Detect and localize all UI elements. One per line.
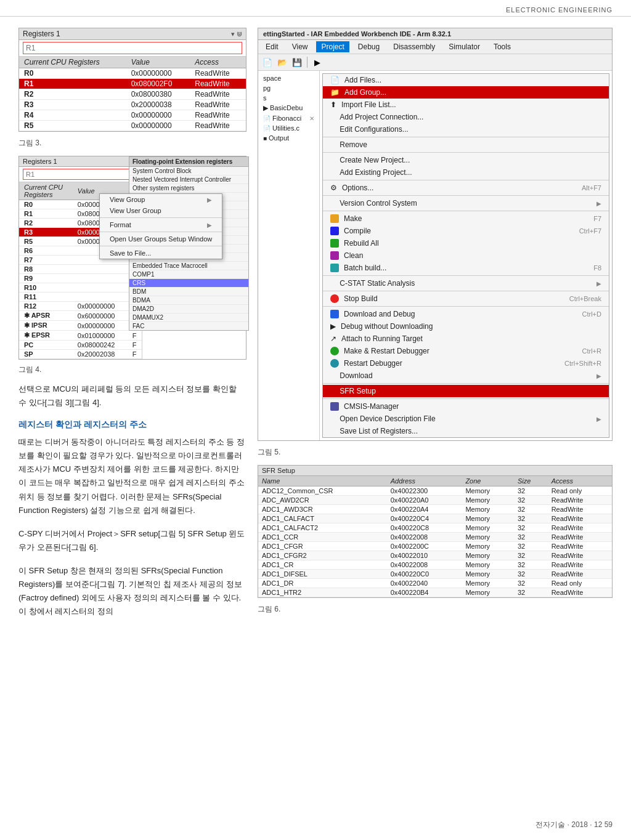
fig4-container: Registers 1 Current CPU Registers Value … — [18, 156, 246, 360]
fig5-label: 그림 5. — [258, 447, 613, 458]
table-row: ADC1_CCR 0x40022008 Memory 32 ReadWrite — [258, 533, 612, 542]
ctx-format[interactable]: Format ▶ — [100, 219, 222, 230]
toolbar-open-btn[interactable]: 📂 — [275, 55, 289, 69]
reg-name: R1 — [19, 209, 73, 219]
ctx-save-to-file[interactable]: Save to File... — [100, 248, 222, 259]
page-footer: 전자기술 · 2018 · 12 59 — [535, 820, 613, 830]
iar-toolbar: 📄 📂 💾 ▶ — [258, 54, 612, 71]
dropdown-compile[interactable]: Compile Ctrl+F7 — [323, 225, 609, 237]
sfr-name: ADC_AWD2CR — [258, 496, 387, 505]
close-x-icon[interactable]: ✕ — [309, 115, 314, 122]
dropdown-add-group[interactable]: 📁 Add Group... — [323, 86, 609, 99]
sfr-size: 32 — [514, 505, 548, 514]
ctx-view-user-group[interactable]: View User Group — [100, 205, 222, 216]
sfr-size: 32 — [514, 588, 548, 597]
menu-edit[interactable]: Edit — [261, 41, 283, 52]
sfr-address: 0x400220A0 — [387, 496, 462, 505]
pin-icon[interactable]: ▾ ⋓ — [231, 30, 242, 38]
reg-name: ✱ EPSR — [19, 331, 73, 341]
dropdown-version-control[interactable]: □ Version Control System ▶ — [323, 197, 609, 209]
toolbar-save-btn[interactable]: 💾 — [290, 55, 304, 69]
sidebar-basicdebug[interactable]: ▶ BasicDebu — [258, 103, 319, 113]
sfr-setup-icon: □ — [330, 387, 335, 395]
dropdown-create-new-proj[interactable]: □ Create New Project... — [323, 154, 609, 166]
sfr-zone: Memory — [462, 514, 514, 523]
sidebar-space[interactable]: space — [258, 73, 319, 83]
reg-name: R11 — [19, 293, 73, 302]
table-row: R2 0x08000380 ReadWrite — [19, 89, 246, 100]
ctx-view-group[interactable]: View Group ▶ — [100, 194, 222, 205]
dropdown-restart-debugger[interactable]: Restart Debugger Ctrl+Shift+R — [323, 357, 609, 370]
sfr-address: 0x40022010 — [387, 551, 462, 560]
menu-simulator[interactable]: Simulator — [444, 41, 485, 52]
dropdown-options[interactable]: ⚙ Options... Alt+F7 — [323, 182, 609, 194]
sfr-address: 0x4002200C — [387, 542, 462, 551]
menu-tools[interactable]: Tools — [489, 41, 516, 52]
reg-name: R3 — [19, 100, 126, 110]
import-icon: ⬆ — [330, 100, 336, 109]
ctx-open-user-groups[interactable]: Open User Groups Setup Window — [100, 233, 222, 244]
dropdown-remove[interactable]: □ Remove — [323, 139, 609, 151]
sfr-access: ReadWrite — [548, 505, 612, 514]
reg-access: ReadWrite — [190, 110, 246, 121]
dropdown-add-existing-proj[interactable]: □ Add Existing Project... — [323, 166, 609, 179]
fig4-label: 그림 4. — [18, 365, 246, 375]
toolbar-new-btn[interactable]: 📄 — [261, 55, 274, 69]
sidebar-s[interactable]: s — [258, 93, 319, 103]
dropdown-add-files[interactable]: 📄 Add Files... — [323, 74, 609, 86]
dropdown-cmsis[interactable]: CMSIS-Manager — [323, 400, 609, 413]
dropdown-download-debug[interactable]: Download and Debug Ctrl+D — [323, 308, 609, 320]
float-item-bdma: BDMA — [129, 296, 248, 305]
right-column: ettingStarted - IAR Embedded Workbench I… — [258, 28, 613, 628]
cstat-arrow: ▶ — [596, 280, 601, 287]
reg-value: 0x00000000 — [126, 110, 190, 121]
dropdown-add-project-conn[interactable]: □ Add Project Connection... — [323, 111, 609, 123]
register-search-input-fig3[interactable] — [23, 42, 242, 54]
reg-name: R6 — [19, 246, 73, 256]
sidebar-pg[interactable]: pg — [258, 83, 319, 93]
dropdown-sfr-setup[interactable]: □ SFR Setup — [323, 385, 609, 397]
float-item-scb: System Control Block — [129, 167, 248, 176]
menu-project[interactable]: Project — [316, 41, 349, 52]
menu-disassembly[interactable]: Disassembly — [388, 41, 440, 52]
sfr-zone: Memory — [462, 560, 514, 570]
menu-debug[interactable]: Debug — [353, 41, 385, 52]
sfr-address: 0x400220B4 — [387, 588, 462, 597]
dropdown-import-file-list[interactable]: ⬆ Import File List... — [323, 99, 609, 111]
dropdown-clean[interactable]: Clean — [323, 249, 609, 262]
reg-value: 0x080002F0 — [126, 79, 190, 89]
sidebar-output-icon: ■ — [263, 135, 267, 142]
dropdown-attach[interactable]: ↗ Attach to Running Target — [323, 333, 609, 345]
table-row: R12 0x00000000 F — [19, 302, 142, 311]
register-search-input-fig4[interactable] — [23, 169, 138, 180]
sep4 — [323, 195, 609, 196]
sfr-access: ReadWrite — [548, 496, 612, 505]
sfr-col-size: Size — [514, 476, 548, 487]
dropdown-download[interactable]: □ Download ▶ — [323, 370, 609, 382]
reg-name: R5 — [19, 121, 126, 131]
sidebar-util-icon: 📄 — [263, 125, 271, 132]
dropdown-rebuild-all[interactable]: Rebuild All — [323, 237, 609, 249]
sfr-address: 0x40022040 — [387, 579, 462, 588]
dropdown-cstat[interactable]: □ C-STAT Static Analysis ▶ — [323, 277, 609, 289]
sfr-address: 0x400220C0 — [387, 570, 462, 579]
sidebar-fibonacci[interactable]: 📄 Fibonacci ✕ — [258, 113, 319, 123]
dropdown-open-device-desc[interactable]: □ Open Device Description File ▶ — [323, 413, 609, 425]
fig4-col-name: Current CPU Registers — [19, 182, 73, 200]
sidebar-output[interactable]: ■ Output — [258, 133, 319, 143]
dropdown-make[interactable]: Make F7 — [323, 212, 609, 225]
dropdown-make-restart[interactable]: Make & Restart Debugger Ctrl+R — [323, 345, 609, 357]
dropdown-batch-build[interactable]: Batch build... F8 — [323, 262, 609, 274]
menu-view[interactable]: View — [287, 41, 313, 52]
debug-no-dl-icon: ▶ — [330, 322, 336, 331]
sfr-col-name: Name — [258, 476, 387, 487]
dropdown-save-registers[interactable]: □ Save List of Registers... — [323, 425, 609, 437]
dropdown-edit-config[interactable]: □ Edit Configurations... — [323, 123, 609, 135]
float-item-crs: CRS — [129, 279, 248, 288]
toolbar-build-btn[interactable]: ▶ — [311, 55, 324, 69]
sfr-address: 0x400220C4 — [387, 514, 462, 523]
float-item-dma2d: DMA2D — [129, 305, 248, 313]
dropdown-stop-build[interactable]: Stop Build Ctrl+Break — [323, 293, 609, 305]
dropdown-debug-no-dl[interactable]: ▶ Debug without Downloading — [323, 320, 609, 333]
sidebar-utilities[interactable]: 📄 Utilities.c — [258, 123, 319, 133]
